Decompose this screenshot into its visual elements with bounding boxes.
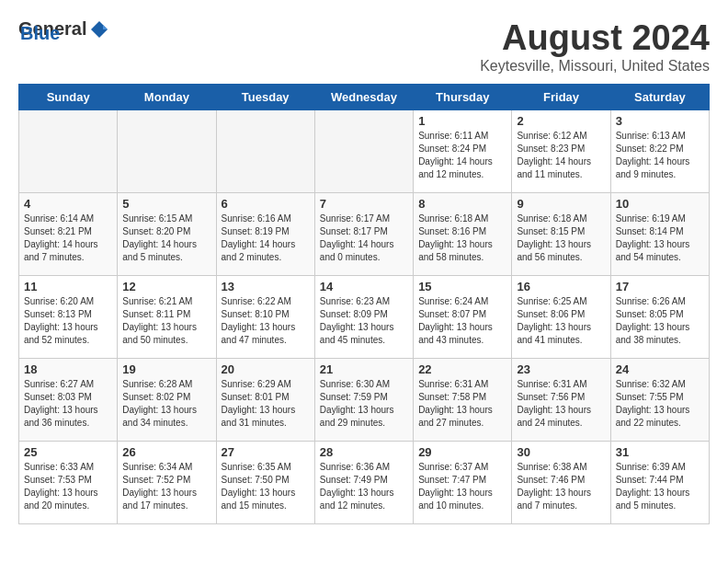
calendar-cell: 20Sunrise: 6:29 AM Sunset: 8:01 PM Dayli… (216, 359, 314, 442)
day-number: 27 (222, 445, 310, 459)
calendar-week-5: 25Sunrise: 6:33 AM Sunset: 7:53 PM Dayli… (19, 442, 710, 524)
day-number: 9 (517, 197, 605, 211)
calendar-cell (118, 110, 216, 193)
calendar-cell: 8Sunrise: 6:18 AM Sunset: 8:16 PM Daylig… (414, 193, 512, 276)
day-number: 19 (122, 362, 210, 376)
day-info: Sunrise: 6:17 AM Sunset: 8:17 PM Dayligh… (320, 213, 408, 264)
day-number: 16 (517, 280, 605, 293)
calendar-cell: 31Sunrise: 6:39 AM Sunset: 7:44 PM Dayli… (610, 442, 709, 524)
day-info: Sunrise: 6:37 AM Sunset: 7:47 PM Dayligh… (418, 461, 506, 512)
calendar-cell: 7Sunrise: 6:17 AM Sunset: 8:17 PM Daylig… (314, 193, 413, 276)
day-info: Sunrise: 6:20 AM Sunset: 8:13 PM Dayligh… (24, 295, 112, 347)
day-number: 29 (418, 445, 506, 459)
day-number: 31 (616, 445, 704, 459)
calendar-cell: 19Sunrise: 6:28 AM Sunset: 8:02 PM Dayli… (118, 359, 216, 442)
day-info: Sunrise: 6:30 AM Sunset: 7:59 PM Dayligh… (320, 378, 408, 430)
calendar-cell: 15Sunrise: 6:24 AM Sunset: 8:07 PM Dayli… (414, 276, 512, 359)
day-info: Sunrise: 6:24 AM Sunset: 8:07 PM Dayligh… (418, 295, 506, 347)
day-number: 5 (122, 197, 210, 211)
day-number: 23 (517, 362, 605, 376)
day-number: 11 (24, 280, 112, 293)
day-number: 22 (418, 362, 506, 376)
day-info: Sunrise: 6:23 AM Sunset: 8:09 PM Dayligh… (320, 295, 408, 347)
day-info: Sunrise: 6:35 AM Sunset: 7:50 PM Dayligh… (222, 461, 310, 512)
calendar-week-3: 11Sunrise: 6:20 AM Sunset: 8:13 PM Dayli… (19, 276, 710, 359)
calendar-header: SundayMondayTuesdayWednesdayThursdayFrid… (19, 85, 710, 110)
calendar-cell: 23Sunrise: 6:31 AM Sunset: 7:56 PM Dayli… (512, 359, 610, 442)
day-number: 15 (418, 280, 506, 293)
calendar-cell: 30Sunrise: 6:38 AM Sunset: 7:46 PM Dayli… (512, 442, 610, 524)
day-number: 13 (222, 280, 310, 293)
day-number: 1 (418, 114, 506, 128)
calendar-cell: 10Sunrise: 6:19 AM Sunset: 8:14 PM Dayli… (610, 193, 709, 276)
logo-blue: Blue (20, 23, 60, 44)
day-info: Sunrise: 6:18 AM Sunset: 8:16 PM Dayligh… (418, 213, 506, 264)
day-info: Sunrise: 6:33 AM Sunset: 7:53 PM Dayligh… (24, 461, 112, 512)
calendar-cell: 28Sunrise: 6:36 AM Sunset: 7:49 PM Dayli… (314, 442, 413, 524)
calendar-cell: 2Sunrise: 6:12 AM Sunset: 8:23 PM Daylig… (512, 110, 610, 193)
calendar-cell: 12Sunrise: 6:21 AM Sunset: 8:11 PM Dayli… (118, 276, 216, 359)
calendar-cell: 9Sunrise: 6:18 AM Sunset: 8:15 PM Daylig… (512, 193, 610, 276)
day-info: Sunrise: 6:31 AM Sunset: 7:56 PM Dayligh… (517, 378, 605, 430)
calendar-cell: 3Sunrise: 6:13 AM Sunset: 8:22 PM Daylig… (610, 110, 709, 193)
day-number: 4 (24, 197, 112, 211)
logo: General Blue (18, 18, 112, 44)
day-number: 21 (320, 362, 408, 376)
header-day-sunday: Sunday (19, 85, 118, 110)
calendar-cell: 16Sunrise: 6:25 AM Sunset: 8:06 PM Dayli… (512, 276, 610, 359)
day-number: 25 (24, 445, 112, 459)
day-info: Sunrise: 6:36 AM Sunset: 7:49 PM Dayligh… (320, 461, 408, 512)
day-number: 2 (517, 114, 605, 128)
day-number: 30 (517, 445, 605, 459)
day-number: 28 (320, 445, 408, 459)
day-number: 10 (616, 197, 704, 211)
calendar-cell: 29Sunrise: 6:37 AM Sunset: 7:47 PM Dayli… (414, 442, 512, 524)
header-day-tuesday: Tuesday (216, 85, 314, 110)
month-title: August 2024 (480, 18, 710, 58)
day-info: Sunrise: 6:22 AM Sunset: 8:10 PM Dayligh… (222, 295, 310, 347)
day-number: 6 (222, 197, 310, 211)
calendar-week-1: 1Sunrise: 6:11 AM Sunset: 8:24 PM Daylig… (19, 110, 710, 193)
day-info: Sunrise: 6:18 AM Sunset: 8:15 PM Dayligh… (517, 213, 605, 264)
day-info: Sunrise: 6:11 AM Sunset: 8:24 PM Dayligh… (418, 130, 506, 181)
calendar-week-2: 4Sunrise: 6:14 AM Sunset: 8:21 PM Daylig… (19, 193, 710, 276)
calendar-cell: 25Sunrise: 6:33 AM Sunset: 7:53 PM Dayli… (19, 442, 118, 524)
header-day-friday: Friday (512, 85, 610, 110)
day-number: 24 (616, 362, 704, 376)
day-info: Sunrise: 6:32 AM Sunset: 7:55 PM Dayligh… (616, 378, 704, 430)
calendar-table: SundayMondayTuesdayWednesdayThursdayFrid… (18, 84, 710, 524)
day-info: Sunrise: 6:26 AM Sunset: 8:05 PM Dayligh… (616, 295, 704, 347)
calendar-cell (216, 110, 314, 193)
header-row: SundayMondayTuesdayWednesdayThursdayFrid… (19, 85, 710, 110)
day-info: Sunrise: 6:39 AM Sunset: 7:44 PM Dayligh… (616, 461, 704, 512)
title-area: August 2024 Keytesville, Missouri, Unite… (480, 18, 710, 75)
day-info: Sunrise: 6:14 AM Sunset: 8:21 PM Dayligh… (24, 213, 112, 264)
calendar-cell: 14Sunrise: 6:23 AM Sunset: 8:09 PM Dayli… (314, 276, 413, 359)
day-info: Sunrise: 6:38 AM Sunset: 7:46 PM Dayligh… (517, 461, 605, 512)
calendar-cell: 21Sunrise: 6:30 AM Sunset: 7:59 PM Dayli… (314, 359, 413, 442)
header-day-thursday: Thursday (414, 85, 512, 110)
calendar-cell: 13Sunrise: 6:22 AM Sunset: 8:10 PM Dayli… (216, 276, 314, 359)
header-day-monday: Monday (118, 85, 216, 110)
calendar-cell: 5Sunrise: 6:15 AM Sunset: 8:20 PM Daylig… (118, 193, 216, 276)
day-info: Sunrise: 6:13 AM Sunset: 8:22 PM Dayligh… (616, 130, 704, 181)
calendar-cell (314, 110, 413, 193)
logo-icon (89, 19, 109, 40)
day-info: Sunrise: 6:27 AM Sunset: 8:03 PM Dayligh… (24, 378, 112, 430)
calendar-cell: 6Sunrise: 6:16 AM Sunset: 8:19 PM Daylig… (216, 193, 314, 276)
calendar-cell: 1Sunrise: 6:11 AM Sunset: 8:24 PM Daylig… (414, 110, 512, 193)
day-number: 20 (222, 362, 310, 376)
day-info: Sunrise: 6:34 AM Sunset: 7:52 PM Dayligh… (122, 461, 210, 512)
calendar-cell: 27Sunrise: 6:35 AM Sunset: 7:50 PM Dayli… (216, 442, 314, 524)
day-info: Sunrise: 6:21 AM Sunset: 8:11 PM Dayligh… (122, 295, 210, 347)
calendar-cell: 18Sunrise: 6:27 AM Sunset: 8:03 PM Dayli… (19, 359, 118, 442)
calendar-cell: 11Sunrise: 6:20 AM Sunset: 8:13 PM Dayli… (19, 276, 118, 359)
day-info: Sunrise: 6:15 AM Sunset: 8:20 PM Dayligh… (122, 213, 210, 264)
day-number: 12 (122, 280, 210, 293)
calendar-cell (19, 110, 118, 193)
calendar-week-4: 18Sunrise: 6:27 AM Sunset: 8:03 PM Dayli… (19, 359, 710, 442)
day-info: Sunrise: 6:29 AM Sunset: 8:01 PM Dayligh… (222, 378, 310, 430)
header-day-saturday: Saturday (610, 85, 709, 110)
day-info: Sunrise: 6:31 AM Sunset: 7:58 PM Dayligh… (418, 378, 506, 430)
day-info: Sunrise: 6:16 AM Sunset: 8:19 PM Dayligh… (222, 213, 310, 264)
